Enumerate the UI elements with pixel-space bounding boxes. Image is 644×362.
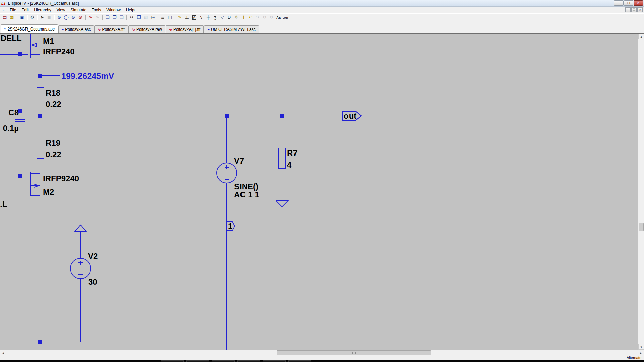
zoom-pan-icon[interactable]: ◯: [63, 14, 70, 21]
scroll-left-arrow-icon[interactable]: ◄: [0, 350, 6, 356]
halt-icon: ◼: [46, 14, 53, 21]
voltage-probe-label[interactable]: 199.26245mV: [61, 71, 114, 81]
v2-name[interactable]: V2: [88, 252, 98, 261]
taskbar-button[interactable]: [161, 360, 184, 362]
diode-icon[interactable]: ▽: [219, 14, 226, 21]
zoom-out-icon[interactable]: ⊖: [70, 14, 77, 21]
taskbar-button[interactable]: [263, 360, 286, 362]
taskbar-button[interactable]: [288, 360, 311, 362]
zoom-full-extents-icon[interactable]: ⊗: [77, 14, 84, 21]
m2-model[interactable]: IRFP9240: [43, 174, 79, 183]
tab-poltosv2a-1-fft[interactable]: ∿Poltosv2A[1].fft: [166, 25, 204, 33]
undo-icon[interactable]: ↶: [247, 14, 254, 21]
scroll-up-arrow-icon[interactable]: ▲: [638, 34, 644, 39]
title-bar[interactable]: LT LTspice IV - [2SK246GR_Occamus.asc] —…: [0, 0, 644, 7]
maximize-button[interactable]: ❐: [624, 0, 633, 6]
tab-label: UM GERASIM ZWEI.asc: [211, 27, 256, 32]
tab-label: Poltosv2A.asc: [65, 27, 91, 32]
tile-horizontal-icon[interactable]: ❐: [111, 14, 118, 21]
menu-item-simulate[interactable]: Simulate: [68, 7, 89, 13]
tab-poltosv2a-fft[interactable]: ∿Poltosv2A.fft: [94, 25, 128, 33]
capacitor-icon[interactable]: ╪: [205, 14, 212, 21]
mdi-minimize-button[interactable]: —: [625, 7, 631, 12]
drag-icon[interactable]: ✛: [240, 14, 247, 21]
voltage-source-v7[interactable]: [217, 116, 237, 350]
close-button[interactable]: ✕: [634, 0, 643, 6]
spice-directive-icon[interactable]: .op: [282, 14, 289, 21]
out-label[interactable]: out: [344, 111, 356, 120]
mdi-restore-button[interactable]: ❐: [631, 7, 637, 12]
r19-name[interactable]: R19: [46, 138, 60, 147]
r7-name[interactable]: R7: [287, 148, 298, 158]
copy-icon[interactable]: ❒: [135, 14, 142, 21]
taskbar-button[interactable]: [237, 360, 260, 362]
new-schematic-icon[interactable]: ▤: [1, 14, 8, 21]
c8-name[interactable]: C8: [8, 108, 19, 117]
horizontal-scroll-thumb[interactable]: [277, 350, 431, 355]
mdi-close-button[interactable]: ✕: [637, 7, 643, 12]
m1-name[interactable]: M1: [43, 37, 54, 46]
resistor-r19[interactable]: [37, 116, 44, 173]
vertical-scrollbar[interactable]: ▲ ▼: [638, 34, 644, 350]
menu-item-hierarchy[interactable]: Hierarchy: [31, 7, 54, 13]
c8-value[interactable]: 0.1µ: [3, 124, 19, 133]
print-preview-icon[interactable]: ◫: [166, 14, 173, 21]
inductor-icon[interactable]: ʒ: [212, 14, 219, 21]
menu-item-edit[interactable]: Edit: [19, 7, 32, 13]
r19-value[interactable]: 0.22: [46, 150, 61, 159]
tab-poltosv2a-raw[interactable]: ∿Poltosv2A.raw: [128, 25, 165, 33]
r7-value[interactable]: 4: [287, 160, 292, 169]
control-panel-icon[interactable]: ⚙: [29, 14, 36, 21]
ground-symbol-icon[interactable]: ⊥: [183, 14, 191, 21]
scroll-down-arrow-icon[interactable]: ▼: [638, 344, 644, 350]
resistor-icon[interactable]: ϟ: [198, 14, 205, 21]
print-icon[interactable]: ≣: [159, 14, 166, 21]
voltage-source-v2[interactable]: [70, 225, 91, 342]
mosfet-m2[interactable]: [0, 172, 40, 342]
clipped-text-left[interactable]: .L: [0, 200, 7, 209]
v7-value2[interactable]: AC 1 1: [234, 190, 259, 199]
v7-value[interactable]: SINE(): [234, 182, 258, 191]
zoom-in-icon[interactable]: ⊕: [56, 14, 63, 21]
v7-name[interactable]: V7: [234, 156, 244, 165]
text-icon[interactable]: Aa: [275, 14, 282, 21]
cut-icon[interactable]: ✂: [128, 14, 135, 21]
taskbar-button[interactable]: [212, 360, 235, 362]
save-icon[interactable]: ▣: [18, 14, 25, 21]
clipped-text-top[interactable]: DELL: [1, 34, 22, 43]
tile-vertical-icon[interactable]: ❑: [118, 14, 125, 21]
autorange-y-icon[interactable]: ∿: [87, 14, 94, 21]
menu-item-tools[interactable]: Tools: [89, 7, 104, 13]
run-icon[interactable]: ➤: [39, 14, 46, 21]
resistor-r7[interactable]: [278, 116, 285, 201]
menu-item-help[interactable]: Help: [123, 7, 137, 13]
r18-value[interactable]: 0.22: [46, 100, 61, 109]
component-icon[interactable]: D: [226, 14, 233, 21]
resistor-r18[interactable]: [37, 88, 44, 116]
r18-name[interactable]: R18: [46, 88, 60, 97]
tab-poltosv2a-asc[interactable]: ⌁Poltosv2A.asc: [58, 25, 94, 33]
ground-icon[interactable]: [276, 201, 288, 207]
m1-model[interactable]: IRFP240: [43, 47, 75, 56]
open-file-icon[interactable]: ▦: [8, 14, 15, 21]
horizontal-scrollbar[interactable]: ◄ ►: [0, 350, 644, 356]
scroll-right-arrow-icon[interactable]: ►: [638, 350, 644, 356]
menu-item-view[interactable]: View: [54, 7, 68, 13]
draw-wire-icon[interactable]: ✎: [176, 14, 183, 21]
find-icon[interactable]: ◎: [149, 14, 156, 21]
vertical-scroll-thumb[interactable]: [639, 223, 644, 231]
net1-label[interactable]: 1: [228, 222, 232, 231]
v2-value[interactable]: 30: [88, 277, 97, 286]
taskbar-button[interactable]: [186, 360, 209, 362]
menu-item-file[interactable]: File: [7, 7, 19, 13]
cascade-windows-icon[interactable]: ❏: [104, 14, 111, 21]
m2-name[interactable]: M2: [43, 187, 54, 196]
label-net-icon[interactable]: A: [191, 14, 198, 21]
tab-2sk246gr-occamus-asc[interactable]: ⌁2SK246GR_Occamus.asc: [1, 24, 58, 33]
tab-um-gerasim-zwei-asc[interactable]: ⌁UM GERASIM ZWEI.asc: [204, 25, 259, 33]
menu-item-window[interactable]: Window: [104, 7, 123, 13]
minimize-button[interactable]: —: [614, 0, 624, 6]
move-icon[interactable]: ✥: [233, 14, 240, 21]
schematic-canvas[interactable]: DELL M1 IRFP240 199.26245mV R18 0.22 C8 …: [0, 34, 638, 350]
taskbar-strip[interactable]: [0, 360, 644, 362]
